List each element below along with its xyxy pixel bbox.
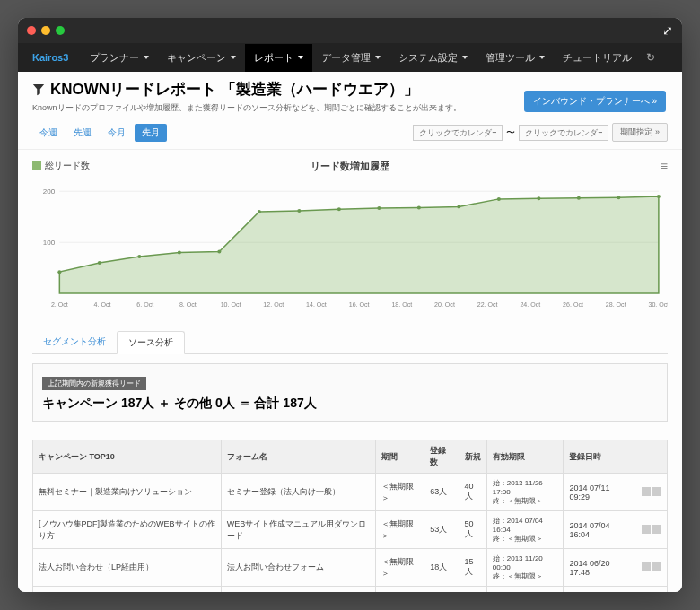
tables-section: キャンペーン TOP10フォーム名期間登録数新規有効期限登録日時 無料セミナー｜… bbox=[18, 440, 682, 592]
row-actions[interactable] bbox=[634, 474, 667, 511]
new-count: 50人 bbox=[459, 511, 486, 549]
summary-text: キャンペーン 187人 ＋ その他 0人 ＝ 合計 187人 bbox=[42, 396, 658, 412]
period: ＜無期限＞ bbox=[375, 474, 424, 511]
date-separator: 〜 bbox=[506, 126, 515, 139]
brand-logo[interactable]: Kairos3 bbox=[32, 52, 68, 63]
summary-tag: 上記期間内の新規獲得リード bbox=[42, 377, 146, 390]
svg-point-11 bbox=[337, 207, 341, 211]
nav-report[interactable]: レポート bbox=[245, 44, 312, 72]
svg-point-10 bbox=[297, 209, 301, 213]
svg-point-5 bbox=[98, 261, 101, 265]
row-actions[interactable] bbox=[634, 587, 667, 593]
valid-period: 始：2013 11/26 17:00 終：＜無期限＞ bbox=[486, 474, 564, 511]
nav-system[interactable]: システム設定 bbox=[389, 44, 477, 72]
svg-point-9 bbox=[258, 210, 261, 214]
reg-count: 8人 bbox=[424, 587, 459, 593]
action-icon[interactable] bbox=[642, 525, 651, 534]
svg-point-13 bbox=[417, 206, 421, 210]
maximize-icon[interactable] bbox=[56, 26, 65, 35]
controls-bar: 今週 先週 今月 先月 〜 期間指定 » bbox=[18, 118, 682, 150]
tab-source[interactable]: ソース分析 bbox=[117, 331, 185, 354]
range-last-month[interactable]: 先月 bbox=[135, 124, 167, 142]
svg-text:2. Oct: 2. Oct bbox=[51, 301, 68, 308]
action-icon[interactable] bbox=[652, 525, 661, 534]
form-name: セミナー登録（法人向け一般） bbox=[221, 474, 375, 511]
summary-box: 上記期間内の新規獲得リード キャンペーン 187人 ＋ その他 0人 ＝ 合計 … bbox=[32, 363, 668, 422]
valid-period: 始：2013 08/26 23:00 終：＜無期限＞ bbox=[486, 587, 564, 593]
nav-data[interactable]: データ管理 bbox=[312, 44, 389, 72]
form-name: 法人お問い合わせフォーム bbox=[221, 587, 375, 593]
traffic-lights bbox=[27, 26, 65, 35]
date-apply-button[interactable]: 期間指定 » bbox=[612, 123, 668, 142]
svg-text:18. Oct: 18. Oct bbox=[391, 301, 412, 308]
reg-date: 2014 07/04 16:04 bbox=[564, 511, 634, 549]
funnel-icon bbox=[32, 83, 45, 96]
campaign-table: キャンペーン TOP10フォーム名期間登録数新規有効期限登録日時 無料セミナー｜… bbox=[32, 440, 668, 592]
action-icon[interactable] bbox=[642, 562, 651, 571]
date-controls: 〜 期間指定 » bbox=[413, 123, 668, 142]
table-header: 登録数 bbox=[424, 440, 459, 474]
chart-menu-icon[interactable]: ≡ bbox=[661, 159, 668, 173]
table-header bbox=[634, 440, 667, 474]
date-end-input[interactable] bbox=[519, 125, 608, 141]
svg-text:10. Oct: 10. Oct bbox=[221, 301, 241, 308]
svg-point-16 bbox=[537, 196, 540, 200]
svg-text:100: 100 bbox=[43, 239, 56, 247]
campaign-name[interactable]: 法人お問い合わせ（LP経由用） bbox=[33, 549, 222, 587]
table-row: [ノウハウ集PDF]製造業のためのWEBサイトの作り方 WEBサイト作成マニュア… bbox=[33, 511, 668, 549]
form-name: 法人お問い合わせフォーム bbox=[221, 549, 375, 587]
close-icon[interactable] bbox=[27, 26, 36, 35]
svg-text:12. Oct: 12. Oct bbox=[263, 301, 284, 308]
svg-text:28. Oct: 28. Oct bbox=[606, 301, 626, 308]
campaign-name[interactable]: 法人お問い合わせ（通常版） bbox=[33, 587, 222, 593]
nav-admin[interactable]: 管理ツール bbox=[477, 44, 554, 72]
svg-text:20. Oct: 20. Oct bbox=[434, 301, 455, 308]
tab-segment[interactable]: セグメント分析 bbox=[32, 331, 117, 353]
table-header: 登録日時 bbox=[564, 440, 634, 474]
range-last-week[interactable]: 先週 bbox=[66, 124, 99, 142]
period: ＜無期限＞ bbox=[375, 549, 424, 587]
reg-date: 2014 07/10 23:38 bbox=[564, 587, 634, 593]
svg-text:22. Oct: 22. Oct bbox=[477, 301, 498, 308]
table-header: 期間 bbox=[375, 440, 424, 474]
cta-button[interactable]: インバウンド・プランナーへ » bbox=[524, 91, 666, 112]
row-actions[interactable] bbox=[634, 549, 667, 587]
action-icon[interactable] bbox=[642, 487, 651, 496]
svg-point-6 bbox=[137, 255, 141, 258]
fullscreen-icon[interactable]: ⤢ bbox=[662, 23, 673, 38]
svg-text:200: 200 bbox=[43, 187, 56, 196]
action-icon[interactable] bbox=[652, 487, 661, 496]
table-header: 有効期限 bbox=[486, 440, 564, 474]
new-count: 8人 bbox=[459, 587, 486, 593]
chart-title: リード数増加履歴 bbox=[311, 160, 389, 173]
table-row: 法人お問い合わせ（LP経由用） 法人お問い合わせフォーム ＜無期限＞ 18人 1… bbox=[33, 549, 668, 587]
range-this-month[interactable]: 今月 bbox=[101, 124, 133, 142]
refresh-icon[interactable]: ↻ bbox=[646, 51, 655, 64]
period: ＜無期限＞ bbox=[375, 511, 424, 549]
page-title-text: KNOWNリードレポート 「製造業（ハードウエア）」 bbox=[50, 79, 419, 100]
nav-tutorial[interactable]: チュートリアル bbox=[554, 44, 641, 72]
reg-date: 2014 07/11 09:29 bbox=[564, 474, 634, 511]
svg-point-17 bbox=[577, 196, 581, 200]
legend-label: 総リード数 bbox=[45, 160, 90, 172]
svg-point-15 bbox=[497, 197, 501, 201]
campaign-name[interactable]: 無料セミナー｜製造業向けソリューション bbox=[33, 474, 222, 511]
reg-count: 63人 bbox=[424, 474, 459, 511]
chart-legend: 総リード数 bbox=[32, 160, 90, 172]
valid-period: 始：2014 07/04 16:04 終：＜無期限＞ bbox=[486, 511, 564, 549]
titlebar: ⤢ bbox=[18, 18, 682, 43]
date-start-input[interactable] bbox=[413, 125, 503, 141]
nav-campaign[interactable]: キャンペーン bbox=[158, 44, 245, 72]
svg-point-18 bbox=[617, 196, 620, 199]
table-header: フォーム名 bbox=[221, 440, 375, 474]
campaign-name[interactable]: [ノウハウ集PDF]製造業のためのWEBサイトの作り方 bbox=[33, 511, 222, 549]
area-chart: 1002002. Oct4. Oct6. Oct8. Oct10. Oct12.… bbox=[32, 177, 668, 311]
svg-text:16. Oct: 16. Oct bbox=[349, 301, 370, 308]
action-icon[interactable] bbox=[652, 562, 661, 571]
range-this-week[interactable]: 今週 bbox=[32, 124, 65, 142]
row-actions[interactable] bbox=[634, 511, 667, 549]
minimize-icon[interactable] bbox=[41, 26, 50, 35]
table-header: 新規 bbox=[459, 440, 486, 474]
range-tabs: 今週 先週 今月 先月 bbox=[32, 124, 167, 142]
nav-planner[interactable]: プランナー bbox=[81, 44, 158, 72]
